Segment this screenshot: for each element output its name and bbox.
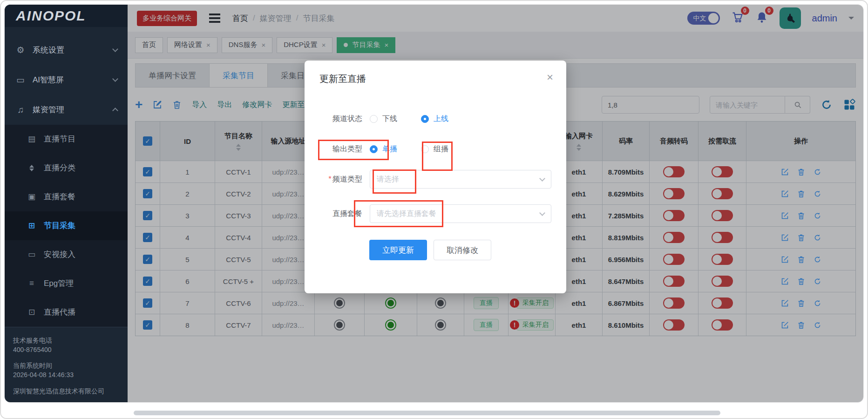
company-name: 深圳智慧光迅信息技术有限公司 xyxy=(13,387,104,395)
multicast-radio[interactable] xyxy=(421,145,429,153)
display-icon: ▭ xyxy=(26,250,37,259)
chevron-down-icon xyxy=(112,46,118,52)
sidebar-footer: 技术服务电话 400-8765400 当前系统时间 2026-04-08 14:… xyxy=(5,327,128,402)
lines-icon: ≡ xyxy=(26,279,37,288)
unicast-radio[interactable] xyxy=(370,145,378,153)
sidebar-item-ai-screen[interactable]: ▭ AI智慧屏 xyxy=(5,65,128,95)
close-icon[interactable]: × xyxy=(547,72,553,83)
service-phone-label: 技术服务电话 xyxy=(13,337,52,344)
menu-label: 直播代播 xyxy=(44,307,75,318)
sidebar-item-anshi-access[interactable]: ▭ 安视接入 xyxy=(5,240,128,269)
menu-label: Epg管理 xyxy=(44,278,74,289)
sidebar-item-program-capture[interactable]: ⊞ 节目采集 xyxy=(5,211,128,240)
logo-text: AINOPOL xyxy=(16,8,86,24)
relay-icon: ⊡ xyxy=(26,307,37,317)
sidebar-item-live-categories[interactable]: 直播分类 xyxy=(5,154,128,182)
channel-status-label: 频道状态 xyxy=(319,114,362,124)
channel-status-row: 频道状态 下线 上线 xyxy=(319,114,551,124)
menu-label: 节目采集 xyxy=(44,220,75,231)
modal-title: 更新至直播 xyxy=(319,73,551,85)
unicast-label[interactable]: 单播 xyxy=(382,144,397,154)
menu-label: 直播节目 xyxy=(44,134,75,144)
live-package-label: 直播套餐 xyxy=(319,209,362,219)
qr-grid-icon: ⊞ xyxy=(26,221,37,230)
channel-type-row: *频道类型 请选择 xyxy=(319,170,551,189)
sidebar-menu: ⚙ 系统设置 ▭ AI智慧屏 ♫ 媒资管理 ▤ 直播节目 xyxy=(5,27,128,327)
channel-type-label: *频道类型 xyxy=(319,175,362,184)
offline-label[interactable]: 下线 xyxy=(382,114,397,124)
select-placeholder: 请选择 xyxy=(377,175,399,184)
menu-label: AI智慧屏 xyxy=(33,74,64,85)
update-now-button[interactable]: 立即更新 xyxy=(369,240,427,260)
menu-label: 媒资管理 xyxy=(33,104,64,115)
sidebar-item-media-management[interactable]: ♫ 媒资管理 xyxy=(5,95,128,125)
menu-label: 安视接入 xyxy=(44,249,75,260)
menu-label: 直播分类 xyxy=(44,162,75,173)
online-label[interactable]: 上线 xyxy=(434,114,448,124)
multicast-label[interactable]: 组播 xyxy=(434,144,448,154)
offline-radio[interactable] xyxy=(370,115,378,123)
sidebar-item-live-packages[interactable]: ▣ 直播套餐 xyxy=(5,182,128,211)
live-package-select[interactable]: 请先选择直播套餐 xyxy=(370,204,551,223)
menu-label: 直播套餐 xyxy=(44,191,75,202)
chevron-up-icon xyxy=(112,108,118,114)
logo: AINOPOL xyxy=(5,5,128,27)
chevron-down-icon xyxy=(112,76,118,82)
horizontal-scrollbar[interactable] xyxy=(134,411,720,415)
monitor-icon: ▭ xyxy=(15,74,26,85)
chevron-down-icon xyxy=(539,176,545,182)
sidebar: AINOPOL ⚙ 系统设置 ▭ AI智慧屏 ♫ 媒资管理 xyxy=(5,5,128,402)
output-type-label: 输出类型 xyxy=(319,144,362,154)
up-down-icon xyxy=(26,165,37,171)
required-asterisk: * xyxy=(328,175,331,183)
online-radio[interactable] xyxy=(421,115,429,123)
live-package-row: 直播套餐 请先选择直播套餐 xyxy=(319,204,551,223)
film-icon: ▣ xyxy=(26,192,37,202)
output-type-row: 输出类型 单播 组播 xyxy=(319,144,551,154)
sidebar-item-live-programs[interactable]: ▤ 直播节目 xyxy=(5,125,128,154)
menu-label: 系统设置 xyxy=(33,45,64,55)
gear-icon: ⚙ xyxy=(15,45,26,55)
rows-icon: ▤ xyxy=(26,134,37,144)
sidebar-item-live-relay[interactable]: ⊡ 直播代播 xyxy=(5,298,128,327)
main-area: 多业务综合网关 首页 / 媒资管理 / 节目采集 中文 xyxy=(128,5,863,402)
update-to-live-modal: 更新至直播 × 频道状态 下线 上线 输出类型 单播 组播 xyxy=(305,61,566,293)
chevron-down-icon xyxy=(539,210,545,216)
sidebar-item-system-settings[interactable]: ⚙ 系统设置 xyxy=(5,35,128,65)
page-frame: AINOPOL ⚙ 系统设置 ▭ AI智慧屏 ♫ 媒资管理 xyxy=(0,0,868,419)
app-window: AINOPOL ⚙ 系统设置 ▭ AI智慧屏 ♫ 媒资管理 xyxy=(5,5,863,402)
system-time-label: 当前系统时间 xyxy=(13,362,52,369)
music-note-icon: ♫ xyxy=(15,105,26,115)
channel-type-select[interactable]: 请选择 xyxy=(370,170,551,189)
media-submenu: ▤ 直播节目 直播分类 ▣ 直播套餐 ⊞ 节目采集 xyxy=(5,125,128,327)
field-label: 频道类型 xyxy=(332,175,362,183)
select-placeholder: 请先选择直播套餐 xyxy=(377,209,436,219)
modal-buttons: 立即更新 取消修改 xyxy=(369,240,551,260)
cancel-button[interactable]: 取消修改 xyxy=(434,240,491,260)
service-phone: 400-8765400 xyxy=(13,346,52,353)
sidebar-item-epg-management[interactable]: ≡ Epg管理 xyxy=(5,269,128,298)
system-time: 2026-04-08 14:46:33 xyxy=(13,371,74,378)
